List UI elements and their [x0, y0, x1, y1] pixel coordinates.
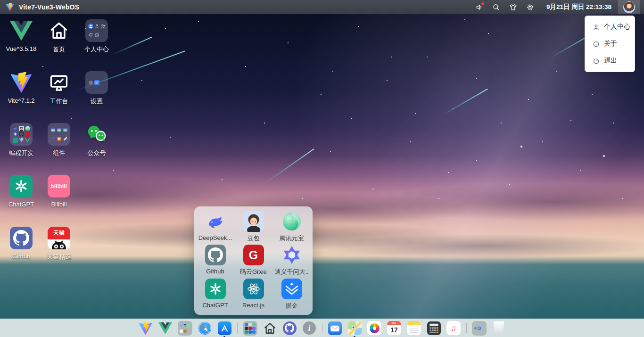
desktop-folder-settings[interactable]: 设置 [78, 68, 116, 120]
theme-skin-button[interactable] [505, 0, 522, 14]
dock-divider [466, 323, 467, 333]
settings-button[interactable] [522, 0, 539, 14]
vite-logo-icon [139, 321, 152, 335]
dock-calendar[interactable]: JUL 17 [387, 321, 402, 336]
menu-item-logout[interactable]: 退出 [585, 52, 635, 69]
mail-icon [328, 321, 342, 335]
folder-preview [472, 321, 487, 336]
deepseek-mini-icon [245, 323, 248, 326]
github-mini-icon [245, 327, 248, 330]
popup-app-juejin[interactable]: 掘金 [272, 279, 311, 312]
github-mini-icon [19, 132, 24, 137]
popup-app-chatgpt[interactable]: ChatGPT [196, 279, 234, 312]
gitee-mini-icon [248, 327, 252, 330]
popup-app-yuanbao[interactable]: 腾讯元宝 [272, 211, 311, 245]
user-avatar-button[interactable] [618, 0, 640, 14]
dock-folder-frontend[interactable] [178, 321, 192, 336]
tongyi-mini-icon [252, 327, 256, 330]
dock-vite[interactable] [138, 321, 153, 336]
folder-preview [85, 71, 108, 94]
juejin-mini-icon [252, 330, 256, 334]
popup-app-gitee[interactable]: G 码云Gitee [234, 245, 272, 278]
dock-bar: i JUL 17 [0, 319, 644, 337]
gear-mini-icon [88, 80, 93, 85]
top-bar: Vite7-Vue3-WebOS 9月21日 周日 22:13:38 [0, 0, 644, 14]
desktop-folder-personal[interactable]: 个人中心 [78, 16, 116, 68]
vite-logo-icon [10, 72, 32, 93]
home-icon [263, 321, 277, 335]
dock-mail[interactable] [328, 321, 342, 336]
github-icon [10, 227, 33, 249]
tongyi-icon [281, 245, 302, 265]
avatar [623, 1, 635, 13]
popup-app-tongyi[interactable]: 通义千问大.. [272, 245, 311, 278]
doubao-icon [243, 211, 264, 232]
desktop-icon-github[interactable]: Github [2, 223, 40, 275]
dock-folder-dev[interactable] [243, 321, 257, 336]
app-mini-icon [183, 329, 187, 333]
pencil-mini-icon [63, 136, 68, 141]
desktop-icon-tmall[interactable]: 天猫 天猫精选 [40, 223, 78, 275]
dock-calculator[interactable] [427, 321, 441, 336]
tmall-cat-face [48, 239, 70, 249]
popup-app-doubao[interactable]: 豆包 [234, 211, 272, 245]
desktop-icon-chatgpt[interactable]: ChatGPT [2, 172, 40, 223]
desktop-icon-vue[interactable]: Vue^3.5.18 [2, 16, 40, 68]
vue-mini-icon [25, 138, 30, 143]
notes-icon [407, 321, 421, 335]
desktop-icon-bilibili[interactable]: bilibili Bilibili [40, 172, 78, 223]
dock-home[interactable] [263, 321, 277, 336]
clock-display: 9月21日 周日 22:13:38 [546, 3, 611, 11]
vite-mini-icon [180, 324, 183, 327]
dock-maps[interactable] [347, 321, 362, 336]
app-title: Vite7-Vue3-WebOS [19, 3, 79, 11]
form-mini-icon [57, 136, 62, 141]
desktop-folder-dev[interactable]: 编程开发 [2, 120, 40, 172]
vue-logo-icon [10, 21, 33, 41]
app-brand: Vite7-Vue3-WebOS [0, 3, 79, 11]
avatar-mini-icon [88, 24, 93, 29]
dock-app-store[interactable] [217, 321, 232, 336]
vite-mini-icon [19, 138, 24, 143]
dock-vue[interactable] [158, 321, 173, 336]
react-icon [243, 279, 264, 299]
chatgpt-mini-icon [245, 330, 248, 334]
volume-button[interactable] [471, 0, 488, 14]
dock-info[interactable]: i [302, 321, 317, 336]
music-icon: ♫ [446, 321, 461, 335]
desktop-icon-workbench[interactable]: 工作台 [40, 68, 78, 120]
home-icon [49, 20, 69, 41]
top-bar-right: 9月21日 周日 22:13:38 [471, 0, 644, 14]
dock-safari[interactable] [198, 321, 212, 336]
desktop-icon-home[interactable]: 首页 [40, 16, 78, 68]
dock-photos[interactable] [367, 321, 382, 336]
dock-music[interactable]: ♫ [446, 321, 461, 336]
vue-mini-icon [183, 324, 187, 327]
search-button[interactable] [488, 0, 505, 14]
dock-github[interactable] [282, 321, 297, 336]
menu-item-label: 关于 [604, 40, 617, 48]
desktop-icon-vite[interactable]: Vite^7.1.2 [2, 68, 40, 120]
menu-item-profile[interactable]: 个人中心 [585, 18, 635, 35]
bilibili-icon: bilibili [48, 175, 70, 197]
workbench-icon [49, 72, 69, 93]
photos-icon [367, 321, 381, 335]
list-mini-icon [50, 136, 56, 141]
desktop-icon-wechat[interactable]: 公众号 [78, 120, 116, 172]
folder-preview [10, 123, 33, 146]
person-mini-icon [94, 24, 99, 29]
react-mini-icon [248, 330, 252, 334]
dock-notes[interactable] [407, 321, 421, 336]
popup-app-deepseek[interactable]: DeepSeek... [196, 211, 234, 245]
menu-item-about[interactable]: 关于 [585, 35, 635, 52]
popup-app-github[interactable]: Github [196, 245, 234, 278]
popup-app-react[interactable]: React.js [234, 279, 272, 312]
desktop-folder-components[interactable]: 组件 [40, 120, 78, 172]
tongyi-mini-icon [13, 132, 18, 137]
dock-trash[interactable] [492, 321, 506, 336]
dock-folder-settings[interactable] [472, 321, 487, 336]
dock-divider [322, 323, 322, 333]
folder-preview [48, 123, 70, 146]
menu-item-label: 退出 [604, 57, 617, 65]
folder-preview [243, 321, 257, 336]
